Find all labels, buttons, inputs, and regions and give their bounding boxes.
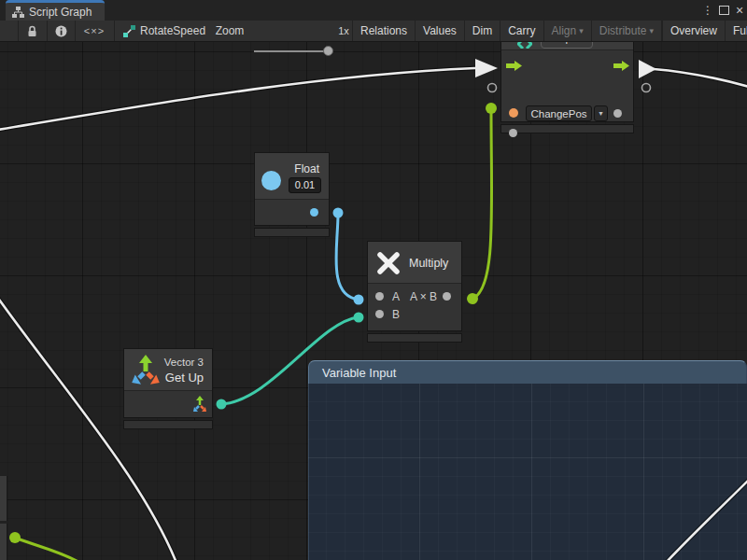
code-icon: <×> bbox=[84, 25, 105, 36]
float-icon bbox=[261, 171, 281, 190]
wire-shadow bbox=[654, 69, 747, 87]
wire-vector-to-b bbox=[221, 317, 359, 404]
graph-toolbar: <×> RotateSpeed Zoom 1x Relations Values… bbox=[0, 21, 747, 42]
offscreen-node-header[interactable] bbox=[0, 476, 7, 521]
wire-endpoint-dot[interactable] bbox=[467, 293, 478, 304]
float-output-port[interactable] bbox=[310, 208, 318, 217]
tab-title: Script Graph bbox=[29, 6, 92, 19]
port-result-output[interactable] bbox=[443, 292, 451, 301]
wire-endpoint-dot[interactable] bbox=[217, 399, 227, 410]
float-title: Float bbox=[294, 162, 319, 175]
control-input-arrow[interactable] bbox=[506, 61, 522, 71]
port-b-input[interactable] bbox=[375, 310, 384, 318]
vector3-output-port[interactable] bbox=[191, 395, 208, 413]
wire-endpoint-dot[interactable] bbox=[9, 532, 21, 543]
tab-script-graph[interactable]: Script Graph bbox=[6, 0, 105, 21]
multiply-node[interactable]: Multiply A A × B B bbox=[367, 241, 462, 343]
macro-graph-icon bbox=[123, 25, 135, 37]
align-button[interactable]: Align▾ bbox=[543, 21, 591, 41]
variable-name-label: ChangePos bbox=[530, 108, 586, 119]
graph-unit-footer bbox=[500, 124, 634, 133]
align-label: Align bbox=[552, 24, 577, 37]
value-output-port[interactable] bbox=[613, 109, 622, 118]
distribute-label: Distribute bbox=[599, 24, 647, 37]
info-button[interactable] bbox=[47, 21, 75, 41]
chevron-down-icon: ▾ bbox=[646, 26, 654, 35]
wire-shadow bbox=[0, 68, 475, 130]
kebab-menu-icon: ⋮ bbox=[702, 4, 713, 17]
chevron-down-icon: ▾ bbox=[576, 26, 584, 35]
variable-name-dropdown[interactable]: ChangePos bbox=[526, 105, 592, 121]
multiply-title: Multiply bbox=[409, 257, 448, 270]
zoom-label: Zoom bbox=[213, 21, 247, 41]
wire-endpoint-dot[interactable] bbox=[486, 103, 497, 114]
empty-port-circle[interactable] bbox=[642, 84, 651, 92]
wire-arrowhead-out bbox=[639, 60, 656, 78]
vector3-node-footer bbox=[123, 420, 213, 429]
control-output-arrow[interactable] bbox=[613, 61, 629, 71]
wire-bottom-left bbox=[15, 538, 78, 560]
wire-arrowhead-in bbox=[475, 59, 498, 77]
float-node[interactable]: Float 0.01 bbox=[254, 152, 330, 237]
wire-multiply-result bbox=[472, 109, 492, 299]
offscreen-node-body[interactable] bbox=[0, 524, 7, 560]
zoom-value: 1x bbox=[335, 21, 352, 41]
wire-endpoint-dot[interactable] bbox=[333, 208, 344, 218]
vector3-subtitle: Get Up bbox=[165, 371, 204, 385]
empty-port-circle[interactable] bbox=[488, 84, 497, 92]
vector3-title: Vector 3 bbox=[164, 357, 204, 368]
macro-button[interactable] bbox=[120, 21, 138, 41]
wire-endpoint-dot[interactable] bbox=[354, 313, 364, 323]
window-menu-button[interactable]: ⋮ bbox=[702, 0, 713, 21]
window-close-button[interactable]: × bbox=[736, 0, 743, 21]
multiply-x-icon bbox=[376, 251, 401, 275]
wire-endpoint-dot[interactable] bbox=[354, 295, 364, 305]
port-b-label: B bbox=[392, 308, 400, 321]
float-node-footer bbox=[254, 228, 330, 237]
overview-button[interactable]: Overview bbox=[661, 21, 725, 41]
dim-button[interactable]: Dim bbox=[464, 21, 500, 41]
graph-name-label: RotateSpeed bbox=[140, 24, 205, 37]
info-icon bbox=[55, 25, 67, 37]
carry-button[interactable]: Carry bbox=[500, 21, 543, 41]
vector3-icon bbox=[130, 353, 162, 386]
variable-dropdown-arrow-button[interactable]: ▼ bbox=[594, 105, 608, 121]
wire-control-in bbox=[0, 68, 475, 130]
output-label: A × B bbox=[410, 290, 437, 303]
chevron-down-icon: ▼ bbox=[598, 110, 604, 117]
zoom-slider-track[interactable] bbox=[254, 50, 328, 52]
distribute-button[interactable]: Distribute▾ bbox=[591, 21, 661, 41]
lock-button[interactable] bbox=[18, 21, 47, 41]
full-screen-button[interactable]: Full Screen bbox=[725, 21, 747, 41]
value-input-port[interactable] bbox=[509, 129, 517, 137]
close-icon: × bbox=[736, 3, 743, 18]
wire-float-to-a bbox=[336, 214, 359, 300]
toolbar-buttons: Relations Values Dim Carry Align▾ Distri… bbox=[352, 21, 747, 41]
multiply-node-footer bbox=[367, 333, 462, 343]
relations-button[interactable]: Relations bbox=[352, 21, 415, 41]
variable-port-input[interactable] bbox=[509, 108, 518, 118]
script-graph-icon bbox=[12, 7, 24, 18]
window-maximize-button[interactable] bbox=[719, 0, 729, 21]
float-value-input[interactable]: 0.01 bbox=[289, 177, 321, 193]
values-button[interactable]: Values bbox=[415, 21, 464, 41]
port-a-input[interactable] bbox=[375, 292, 384, 301]
vector3-getup-node[interactable]: Vector 3 Get Up bbox=[123, 348, 213, 429]
lock-icon bbox=[27, 25, 37, 37]
graph-breadcrumb[interactable]: RotateSpeed bbox=[140, 21, 205, 41]
code-preview-button[interactable]: <×> bbox=[75, 21, 114, 41]
port-a-label: A bbox=[392, 290, 400, 303]
maximize-icon bbox=[719, 6, 729, 15]
zoom-slider-knob[interactable] bbox=[323, 46, 333, 56]
tab-strip: Script Graph ⋮ × bbox=[0, 0, 747, 21]
